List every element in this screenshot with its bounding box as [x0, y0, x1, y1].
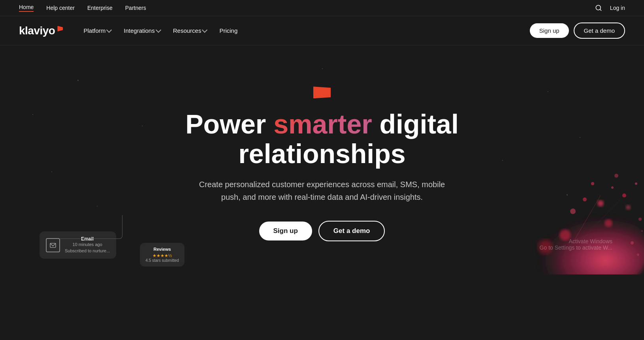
reviews-stars: ★★★★½ [145, 253, 179, 258]
svg-point-5 [611, 186, 614, 189]
chevron-down-icon [106, 27, 112, 33]
hero-section: Power smarter digital relationships Crea… [0, 45, 644, 274]
svg-point-2 [506, 203, 644, 274]
nav-platform[interactable]: Platform [79, 24, 116, 37]
headline-highlight: smarter [273, 109, 372, 139]
nav-integrations[interactable]: Integrations [119, 24, 165, 37]
connect-line [59, 215, 122, 239]
email-preview-card: Email 10 minutes ago Subscribed to nurtu… [40, 231, 116, 259]
nav-demo-button[interactable]: Get a demo [574, 23, 625, 39]
nav-resources[interactable]: Resources [168, 24, 212, 37]
logo-text: klaviyo [19, 24, 55, 37]
chevron-down-icon [202, 27, 207, 33]
login-link[interactable]: Log in [610, 5, 625, 11]
svg-line-1 [600, 9, 601, 10]
nav-signup-button[interactable]: Sign up [530, 23, 569, 38]
hero-headline: Power smarter digital relationships [132, 109, 512, 169]
svg-point-9 [635, 182, 637, 185]
svg-point-6 [591, 182, 594, 185]
email-icon [46, 238, 60, 252]
hero-demo-button[interactable]: Get a demo [318, 221, 385, 241]
hero-cta: Sign up Get a demo [259, 221, 385, 241]
reviews-subtitle: 4.5 stars submitted [145, 258, 179, 263]
logo[interactable]: klaviyo [19, 24, 63, 37]
nav-pricing[interactable]: Pricing [215, 24, 242, 37]
svg-point-10 [614, 174, 618, 178]
svg-point-12 [570, 209, 576, 214]
reviews-title: Reviews [145, 247, 179, 252]
hero-signup-button[interactable]: Sign up [259, 222, 312, 240]
main-nav: klaviyo Platform Integrations Resources … [0, 16, 644, 45]
svg-point-17 [637, 254, 639, 256]
svg-point-7 [626, 205, 631, 210]
topbar-partners[interactable]: Partners [125, 5, 146, 11]
svg-line-20 [581, 199, 620, 241]
chevron-down-icon [156, 27, 161, 33]
svg-point-15 [538, 240, 552, 254]
topbar-enterprise[interactable]: Enterprise [87, 5, 113, 11]
email-card-content: Email 10 minutes ago Subscribed to nurtu… [65, 236, 110, 254]
svg-point-16 [631, 241, 634, 244]
email-card-title: Email [65, 236, 110, 242]
top-bar: Home Help center Enterprise Partners Log… [0, 0, 644, 16]
svg-point-13 [583, 197, 587, 201]
top-bar-links: Home Help center Enterprise Partners [19, 4, 146, 12]
top-bar-right: Log in [595, 4, 625, 11]
hero-subtext: Create personalized customer experiences… [196, 178, 448, 203]
nav-right: Sign up Get a demo [530, 23, 625, 39]
svg-point-8 [638, 218, 642, 221]
svg-point-14 [559, 229, 571, 240]
nav-links: Platform Integrations Resources Pricing [79, 24, 242, 37]
svg-line-19 [573, 195, 601, 243]
svg-point-11 [604, 219, 612, 227]
email-card-subtitle: 10 minutes ago [65, 242, 110, 248]
email-card-detail: Subscribed to nurture... [65, 248, 110, 254]
nav-left: klaviyo Platform Integrations Resources … [19, 24, 242, 37]
topbar-home[interactable]: Home [19, 4, 34, 12]
svg-point-3 [597, 200, 604, 207]
topbar-help-center[interactable]: Help center [46, 5, 75, 11]
svg-point-4 [622, 193, 626, 197]
logo-flag-icon [57, 26, 63, 32]
search-button[interactable] [595, 4, 602, 11]
svg-point-18 [641, 230, 643, 232]
headline-before: Power [185, 109, 273, 139]
windows-watermark: Activate Windows Go to Settings to activ… [540, 238, 612, 251]
hero-flag-icon [313, 86, 331, 98]
reviews-preview-card: Reviews ★★★★½ 4.5 stars submitted [140, 243, 184, 267]
svg-rect-23 [50, 243, 56, 248]
